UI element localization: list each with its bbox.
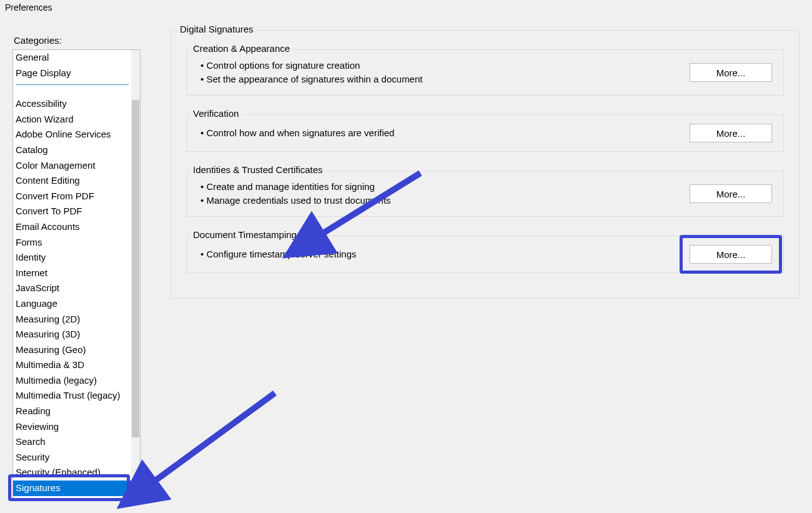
group-legend: Document Timestamping bbox=[191, 229, 299, 240]
category-item-reviewing[interactable]: Reviewing bbox=[13, 419, 131, 435]
category-item-action-wizard[interactable]: Action Wizard bbox=[13, 112, 131, 127]
categories-label: Categories: bbox=[14, 35, 141, 46]
group-legend: Verification bbox=[191, 108, 241, 119]
category-item-security[interactable]: Security bbox=[13, 450, 131, 466]
category-item-general[interactable]: General bbox=[13, 50, 131, 66]
scrollbar-thumb[interactable] bbox=[132, 100, 139, 437]
categories-listbox[interactable]: GeneralPage DisplayAccessibilityAction W… bbox=[12, 49, 141, 499]
category-item-content-editing[interactable]: Content Editing bbox=[13, 173, 131, 189]
scrollbar[interactable] bbox=[131, 50, 140, 499]
fieldset-legend: Digital Signatures bbox=[177, 24, 256, 34]
group-bullets: • Configure timestamp server settings bbox=[201, 247, 357, 261]
category-item-forms[interactable]: Forms bbox=[13, 235, 131, 251]
category-item-security-enhanced-[interactable]: Security (Enhanced) bbox=[13, 465, 131, 481]
category-item-page-display[interactable]: Page Display bbox=[13, 66, 131, 81]
category-item-search[interactable]: Search bbox=[13, 434, 131, 450]
group-legend: Identities & Trusted Certificates bbox=[191, 164, 325, 175]
group-bullets: • Control options for signature creation… bbox=[201, 59, 422, 86]
category-item-multimedia-3d[interactable]: Multimedia & 3D bbox=[13, 357, 131, 373]
category-item-catalog[interactable]: Catalog bbox=[13, 142, 131, 158]
group-bullets: • Create and manage identities for signi… bbox=[201, 180, 391, 207]
category-item-signatures[interactable]: Signatures bbox=[13, 481, 131, 496]
category-item-adobe-online-services[interactable]: Adobe Online Services bbox=[13, 127, 131, 142]
category-item-language[interactable]: Language bbox=[13, 296, 131, 312]
category-item-color-management[interactable]: Color Management bbox=[13, 158, 131, 174]
category-item-spelling[interactable]: Spelling bbox=[13, 496, 131, 499]
category-item-reading[interactable]: Reading bbox=[13, 404, 131, 419]
more-button[interactable]: More... bbox=[690, 63, 772, 82]
categories-column: Categories: GeneralPage DisplayAccessibi… bbox=[12, 21, 141, 499]
group-legend: Creation & Appearance bbox=[191, 43, 292, 54]
more-button[interactable]: More... bbox=[690, 245, 772, 264]
category-item-multimedia-legacy-[interactable]: Multimedia (legacy) bbox=[13, 373, 131, 389]
window-title: Preferences bbox=[0, 0, 812, 15]
more-button[interactable]: More... bbox=[690, 184, 772, 203]
category-item-convert-to-pdf[interactable]: Convert To PDF bbox=[13, 204, 131, 219]
category-divider bbox=[16, 84, 129, 85]
more-button[interactable]: More... bbox=[690, 124, 772, 142]
category-item-accessibility[interactable]: Accessibility bbox=[13, 96, 131, 112]
category-item-convert-from-pdf[interactable]: Convert From PDF bbox=[13, 189, 131, 204]
bullet-text: • Manage credentials used to trust docum… bbox=[201, 194, 391, 207]
group-verification: Verification• Control how and when signa… bbox=[186, 114, 784, 152]
category-item-measuring-2d-[interactable]: Measuring (2D) bbox=[13, 312, 131, 327]
settings-panel: Digital Signatures Creation & Appearance… bbox=[141, 21, 800, 499]
category-item-internet[interactable]: Internet bbox=[13, 266, 131, 281]
group-document-timestamping: Document Timestamping• Configure timesta… bbox=[186, 236, 784, 273]
bullet-text: • Control options for signature creation bbox=[201, 59, 422, 72]
category-item-multimedia-trust-legacy-[interactable]: Multimedia Trust (legacy) bbox=[13, 388, 131, 404]
category-item-javascript[interactable]: JavaScript bbox=[13, 281, 131, 296]
group-identities-trusted-certificates: Identities & Trusted Certificates• Creat… bbox=[186, 171, 784, 217]
group-bullets: • Control how and when signatures are ve… bbox=[201, 126, 394, 140]
category-item-measuring-3d-[interactable]: Measuring (3D) bbox=[13, 327, 131, 342]
bullet-text: • Set the appearance of signatures withi… bbox=[201, 72, 422, 86]
bullet-text: • Control how and when signatures are ve… bbox=[201, 126, 394, 140]
category-item-measuring-geo-[interactable]: Measuring (Geo) bbox=[13, 342, 131, 358]
preferences-body: Categories: GeneralPage DisplayAccessibi… bbox=[0, 15, 812, 499]
category-item-identity[interactable]: Identity bbox=[13, 250, 131, 266]
category-item-email-accounts[interactable]: Email Accounts bbox=[13, 219, 131, 235]
digital-signatures-fieldset: Digital Signatures Creation & Appearance… bbox=[171, 30, 800, 299]
bullet-text: • Configure timestamp server settings bbox=[201, 247, 357, 261]
group-creation-appearance: Creation & Appearance• Control options f… bbox=[186, 49, 784, 96]
bullet-text: • Create and manage identities for signi… bbox=[201, 180, 391, 194]
